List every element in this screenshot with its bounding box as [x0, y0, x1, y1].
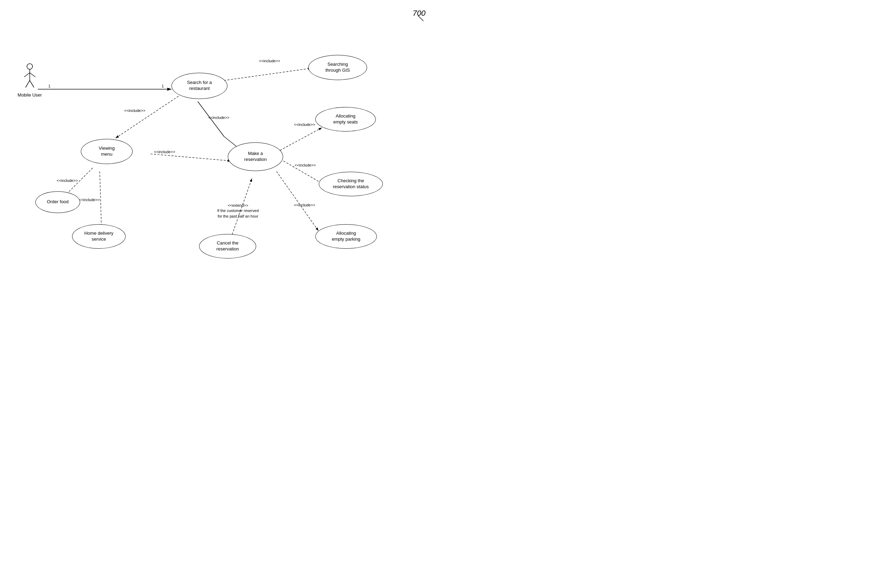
include-viewing-delivery: <<include>> — [79, 198, 100, 202]
include-reservation-seats: <<include>> — [294, 122, 315, 127]
include-viewing-order: <<include>> — [57, 178, 78, 183]
svg-line-18 — [26, 81, 30, 87]
node-search-restaurant: Search for arestaurant — [171, 72, 227, 100]
node-viewing-menu: Viewingmenu — [81, 138, 133, 164]
actor-figure-svg — [23, 63, 37, 91]
node-allocating-seats: Allocatingempty seats — [315, 106, 376, 132]
multiplicity-1-actor: 1 — [48, 84, 50, 88]
node-make-reservation: Make areservation — [227, 142, 284, 171]
svg-line-8 — [100, 171, 101, 229]
label-order-food: Order food — [47, 199, 69, 205]
diagram-container: 700 — [0, 0, 440, 294]
label-make-reservation: Make areservation — [244, 151, 267, 163]
node-checking-status: Checking thereservation status — [319, 171, 383, 196]
label-allocating-seats: Allocatingempty seats — [333, 113, 358, 125]
svg-line-2 — [224, 68, 311, 81]
include-search-reservation: <<include>> — [208, 116, 230, 120]
actor-label: Mobile User — [18, 92, 42, 98]
label-allocating-parking: Allocatingempty parking — [332, 231, 361, 242]
include-search-gis: <<include>> — [259, 59, 280, 63]
svg-line-5 — [116, 96, 179, 138]
label-checking-status: Checking thereservation status — [333, 178, 369, 190]
node-home-delivery: Home deliveryservice — [72, 224, 126, 249]
svg-line-6 — [150, 154, 231, 161]
label-cancel-reservation: Cancel thereservation — [216, 240, 239, 252]
include-reservation-parking: <<include>> — [294, 203, 315, 207]
svg-line-11 — [276, 171, 319, 231]
include-viewing-reservation: <<include>> — [154, 150, 175, 154]
node-searching-gis: Searchingthrough GIS — [308, 54, 367, 81]
include-reservation-checking: <<include>> — [295, 163, 316, 167]
actor-mobile-user: Mobile User — [14, 63, 45, 98]
figure-number: 700 — [413, 9, 425, 18]
svg-point-14 — [27, 64, 33, 69]
svg-line-17 — [30, 73, 35, 77]
extend-label: <<extend>> If the customer reservedfor t… — [203, 203, 273, 219]
multiplicity-1-search: 1 — [162, 84, 164, 88]
node-cancel-reservation: Cancel thereservation — [199, 234, 257, 259]
svg-line-16 — [24, 73, 30, 77]
label-home-delivery: Home deliveryservice — [84, 231, 113, 242]
label-search-restaurant: Search for arestaurant — [187, 80, 212, 92]
label-viewing-menu: Viewingmenu — [99, 146, 114, 158]
node-order-food: Order food — [35, 190, 81, 213]
svg-line-19 — [30, 81, 34, 87]
node-allocating-parking: Allocatingempty parking — [315, 224, 377, 249]
label-searching-gis: Searchingthrough GIS — [325, 62, 350, 74]
include-search-viewing: <<include>> — [124, 108, 146, 112]
